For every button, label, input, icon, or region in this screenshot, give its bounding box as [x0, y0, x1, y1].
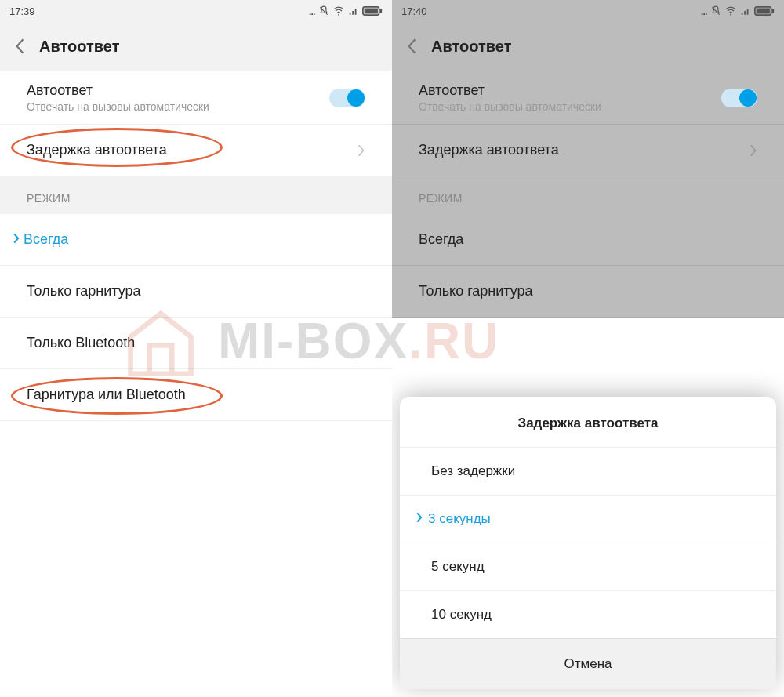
- status-icons: …: [309, 5, 383, 17]
- mode-label: Всегда: [419, 231, 463, 247]
- auto-answer-text: Автоответ Отвечать на вызовы автоматичес…: [27, 82, 209, 113]
- back-icon[interactable]: [14, 38, 25, 55]
- status-icons: …: [701, 5, 775, 17]
- delay-dialog: Задержка автоответа Без задержки3 секунд…: [400, 397, 776, 689]
- signal-icon: [740, 5, 751, 16]
- svg-point-0: [338, 14, 339, 16]
- clock: 17:40: [401, 5, 427, 17]
- auto-answer-row[interactable]: Автоответ Отвечать на вызовы автоматичес…: [0, 71, 392, 125]
- auto-answer-toggle[interactable]: [329, 89, 365, 107]
- dialog-option-label: 10 секунд: [431, 607, 492, 623]
- mode-label: Гарнитура или Bluetooth: [27, 387, 186, 402]
- row-title: Задержка автоответа: [419, 142, 559, 158]
- dialog-option[interactable]: 5 секунд: [400, 543, 776, 590]
- status-bar: 17:40 …: [392, 0, 784, 22]
- header: Автоответ: [0, 22, 392, 71]
- row-title: Автоответ: [419, 82, 601, 99]
- phone-left: 17:39 … Автоответ Автоответ Отвечать на …: [0, 0, 392, 697]
- battery-icon: [362, 5, 383, 16]
- dialog-title: Задержка автоответа: [400, 397, 776, 447]
- svg-rect-7: [772, 9, 775, 13]
- clock: 17:39: [9, 5, 35, 17]
- auto-answer-toggle[interactable]: [721, 89, 757, 107]
- row-subtitle: Отвечать на вызовы автоматически: [419, 100, 601, 113]
- dialog-option-label: Без задержки: [431, 463, 515, 479]
- mode-option[interactable]: Гарнитура или Bluetooth: [0, 369, 392, 421]
- mute-icon: [318, 5, 329, 16]
- battery-icon: [754, 5, 775, 16]
- page-title: Автоответ: [431, 38, 511, 56]
- dialog-option[interactable]: 3 секунды: [400, 495, 776, 543]
- mode-option[interactable]: Всегда: [0, 214, 392, 266]
- row-subtitle: Отвечать на вызовы автоматически: [27, 100, 209, 113]
- mode-label: Только Bluetooth: [27, 335, 135, 350]
- mode-label: Только гарнитура: [419, 283, 533, 299]
- mode-label: Всегда: [27, 231, 68, 247]
- svg-rect-2: [365, 9, 378, 14]
- mode-option[interactable]: Только Bluetooth: [0, 318, 392, 369]
- signal-icon: [348, 5, 359, 16]
- delay-row[interactable]: Задержка автоответа: [392, 125, 784, 176]
- dialog-option-label: 3 секунды: [428, 511, 491, 527]
- more-icon: …: [309, 5, 315, 17]
- delay-row[interactable]: Задержка автоответа: [0, 125, 392, 176]
- dialog-option[interactable]: Без задержки: [400, 447, 776, 495]
- more-icon: …: [701, 5, 707, 17]
- mode-option[interactable]: Только гарнитура: [392, 266, 784, 318]
- wifi-icon: [332, 5, 345, 16]
- chevron-right-icon: [13, 233, 20, 244]
- chevron-right-icon: [358, 143, 365, 158]
- phone-right: 17:40 … Автоответ Автоответ Отвечать на …: [392, 0, 784, 697]
- mode-option[interactable]: Только гарнитура: [0, 266, 392, 318]
- chevron-right-icon: [416, 511, 423, 527]
- status-bar: 17:39 …: [0, 0, 392, 22]
- svg-rect-6: [757, 9, 770, 14]
- svg-rect-3: [380, 9, 383, 13]
- wifi-icon: [724, 5, 737, 16]
- screen-content: Автоответ Отвечать на вызовы автоматичес…: [0, 71, 392, 421]
- chevron-right-icon: [750, 143, 757, 158]
- auto-answer-text: Автоответ Отвечать на вызовы автоматичес…: [419, 82, 601, 113]
- header: Автоответ: [392, 22, 784, 71]
- section-header-mode: РЕЖИМ: [0, 176, 392, 214]
- row-title: Задержка автоответа: [27, 142, 167, 158]
- row-title: Автоответ: [27, 82, 209, 99]
- mute-icon: [710, 5, 721, 16]
- mode-option[interactable]: Всегда: [392, 214, 784, 266]
- screen-content: Автоответ Отвечать на вызовы автоматичес…: [392, 71, 784, 318]
- dialog-option-label: 5 секунд: [431, 559, 485, 575]
- mode-label: Только гарнитура: [27, 283, 141, 299]
- dialog-option[interactable]: 10 секунд: [400, 590, 776, 638]
- page-title: Автоответ: [39, 38, 119, 56]
- back-icon[interactable]: [406, 38, 417, 55]
- auto-answer-row[interactable]: Автоответ Отвечать на вызовы автоматичес…: [392, 71, 784, 125]
- svg-point-4: [730, 14, 731, 16]
- section-header-mode: РЕЖИМ: [392, 176, 784, 214]
- dialog-cancel-button[interactable]: Отмена: [400, 638, 776, 689]
